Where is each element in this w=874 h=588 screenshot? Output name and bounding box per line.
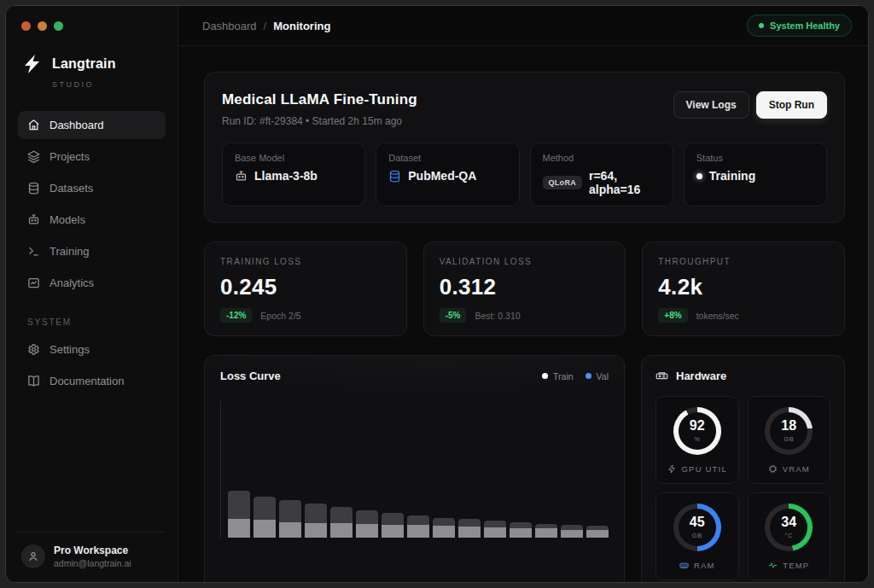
legend-label: Train — [553, 371, 574, 381]
window-controls — [18, 20, 166, 31]
gauge-value: 92 — [690, 419, 705, 433]
val-dot-icon — [586, 373, 591, 379]
sidebar-item-label: Settings — [50, 343, 90, 356]
breadcrumb-dashboard[interactable]: Dashboard — [202, 20, 257, 32]
system-health-badge: System Healthy — [747, 15, 852, 37]
temp-gauge: 34 °C TEMP — [748, 492, 831, 580]
sidebar-item-documentation[interactable]: Documentation — [18, 367, 166, 395]
hardware-gauges: 92 % GPU UTIL 18 GB — [656, 396, 830, 580]
ram-gauge: 45 GB RAM — [656, 492, 739, 580]
delta-badge: -5% — [440, 308, 467, 323]
chip-icon — [768, 464, 778, 474]
loss-curve-plot — [220, 401, 609, 538]
metric-label: TRAINING LOSS — [220, 257, 391, 266]
loss-bar — [382, 513, 404, 538]
breadcrumb-separator: / — [264, 20, 267, 32]
avatar — [21, 544, 45, 568]
chart-icon — [27, 277, 40, 289]
loss-bar — [458, 519, 481, 538]
dataset-value: PubMed-QA — [408, 169, 476, 183]
throughput-card: THROUGHPUT 4.2k +8% tokens/sec — [642, 242, 845, 336]
gauge-unit: % — [694, 435, 700, 443]
training-loss-card: TRAINING LOSS 0.245 -12% Epoch 2/5 — [204, 242, 407, 336]
metric-label: VALIDATION LOSS — [440, 257, 610, 266]
hardware-title: Hardware — [676, 370, 726, 382]
gear-icon — [27, 343, 40, 356]
delta-badge: -12% — [220, 308, 252, 323]
robot-icon — [27, 213, 40, 226]
dataset-tile: Dataset PubMed-QA — [376, 143, 519, 207]
database-icon — [27, 182, 40, 195]
brand: Langtrain — [21, 53, 162, 75]
workspace-switcher[interactable]: Pro Workspace admin@langtrain.ai — [18, 532, 166, 570]
metric-caption: Best: 0.310 — [475, 311, 520, 321]
sidebar-item-datasets[interactable]: Datasets — [18, 174, 166, 202]
breadcrumb: Dashboard / Monitoring — [202, 20, 330, 32]
metric-cards: TRAINING LOSS 0.245 -12% Epoch 2/5 VALID… — [204, 242, 845, 336]
loss-bar — [433, 518, 455, 538]
app-window: Langtrain STUDIO Dashboard Projects Data… — [5, 5, 869, 583]
validation-loss-card: VALIDATION LOSS 0.312 -5% Best: 0.310 — [423, 242, 626, 336]
loss-bar — [407, 515, 429, 538]
gauge-name: GPU UTIL — [682, 464, 727, 474]
view-logs-button[interactable]: View Logs — [673, 91, 749, 119]
bolt-icon — [667, 464, 677, 474]
sidebar-item-label: Analytics — [50, 277, 94, 289]
loss-bar — [484, 521, 506, 538]
status-value: Training — [709, 169, 755, 183]
tile-label: Status — [696, 153, 814, 163]
delta-badge: +8% — [658, 308, 687, 323]
loss-bar — [330, 507, 353, 538]
status-dot-icon — [696, 173, 702, 179]
gauge-name: VRAM — [783, 464, 810, 474]
workspace-name: Pro Workspace — [54, 544, 131, 556]
memory-icon — [679, 561, 689, 570]
database-icon — [388, 170, 401, 183]
sidebar-item-training[interactable]: Training — [18, 237, 166, 265]
method-tile: Method QLoRA r=64, alpha=16 — [530, 143, 673, 207]
loss-bar — [305, 504, 327, 538]
gauge-name: TEMP — [783, 561, 809, 570]
qlora-badge: QLoRA — [543, 176, 583, 189]
minimize-window-button[interactable] — [38, 21, 47, 31]
breadcrumb-monitoring: Monitoring — [273, 20, 330, 32]
run-subtitle: Run ID: #ft-29384 • Started 2h 15m ago — [222, 115, 417, 127]
sidebar-item-projects[interactable]: Projects — [18, 143, 166, 171]
layers-icon — [27, 150, 40, 163]
metric-caption: Epoch 2/5 — [260, 311, 300, 321]
pulse-icon — [768, 561, 778, 570]
close-window-button[interactable] — [21, 21, 31, 31]
loss-bar — [510, 522, 532, 538]
loss-curve-card: Loss Curve Train Val — [204, 355, 625, 582]
gpu-util-gauge: 92 % GPU UTIL — [656, 396, 739, 484]
workspace-email: admin@langtrain.ai — [54, 558, 131, 568]
tile-label: Dataset — [388, 153, 506, 163]
run-title: Medical LLaMA Fine-Tuning — [222, 91, 417, 108]
method-value: r=64, alpha=16 — [589, 169, 661, 196]
health-dot-icon — [759, 23, 764, 28]
sidebar-item-label: Datasets — [50, 182, 93, 195]
sidebar-nav: Dashboard Projects Datasets Models Train… — [18, 111, 166, 297]
sidebar-item-analytics[interactable]: Analytics — [18, 269, 166, 297]
sidebar-item-models[interactable]: Models — [18, 206, 166, 234]
sidebar-section-system: SYSTEM — [27, 317, 156, 327]
health-label: System Healthy — [770, 20, 840, 31]
loss-bar — [253, 497, 276, 538]
brand-name: Langtrain — [52, 56, 116, 72]
loss-bar — [228, 491, 250, 538]
chart-legend: Train Val — [542, 371, 609, 381]
loss-bar — [586, 526, 609, 538]
run-info-tiles: Base Model Llama-3-8b Dataset PubMed-QA — [222, 143, 827, 207]
sidebar-item-label: Documentation — [50, 375, 124, 387]
hardware-card: Hardware 92 % GPU UTIL — [641, 355, 845, 582]
tile-label: Base Model — [235, 153, 353, 163]
sidebar-item-settings[interactable]: Settings — [18, 335, 166, 364]
stop-run-button[interactable]: Stop Run — [756, 91, 827, 119]
zoom-window-button[interactable] — [54, 21, 63, 31]
loss-bar — [279, 500, 301, 538]
sidebar-item-dashboard[interactable]: Dashboard — [18, 111, 166, 139]
train-dot-icon — [542, 373, 548, 379]
gauge-unit: GB — [784, 435, 794, 443]
base-model-value: Llama-3-8b — [254, 169, 318, 183]
chart-title: Loss Curve — [220, 370, 281, 382]
